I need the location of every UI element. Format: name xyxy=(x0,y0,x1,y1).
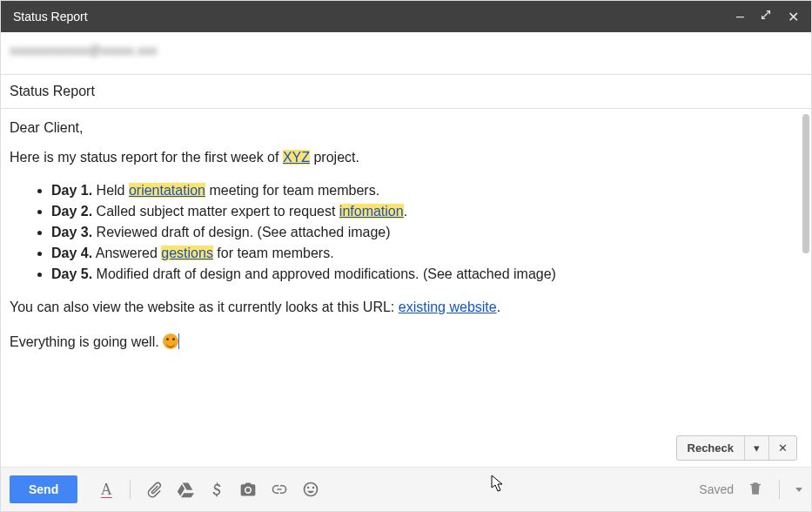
restore-icon[interactable] xyxy=(760,9,772,24)
toolbar-separator xyxy=(130,480,131,499)
link-existing-website[interactable]: existing website xyxy=(399,300,497,314)
smiley-emoji-icon xyxy=(163,333,178,349)
window-titlebar: Status Report – ✕ xyxy=(1,1,811,32)
to-field-row[interactable]: xxxxxxxxxxxx@xxxxx.xxx xyxy=(1,32,811,75)
spellcheck-highlight[interactable]: XYZ xyxy=(283,150,310,165)
attach-icon[interactable] xyxy=(144,480,164,499)
recheck-button[interactable]: Recheck xyxy=(677,436,745,460)
spellcheck-panel: Recheck ▾ ✕ xyxy=(676,435,797,461)
emoji-icon[interactable] xyxy=(301,480,320,499)
recheck-close[interactable]: ✕ xyxy=(769,436,796,460)
scrollbar[interactable] xyxy=(802,114,809,253)
window-controls: – ✕ xyxy=(736,9,799,25)
format-icons: A xyxy=(97,480,320,499)
camera-icon[interactable] xyxy=(238,480,258,499)
closing-line: Everything is going well. xyxy=(10,332,802,353)
status-list: Day 1. Held orientatation meeting for te… xyxy=(34,180,802,285)
list-item: Day 2. Called subject matter expert to r… xyxy=(51,201,802,222)
subject-field[interactable]: Status Report xyxy=(1,75,811,109)
window-title: Status Report xyxy=(13,10,88,24)
toolbar-separator xyxy=(779,480,780,499)
drive-icon[interactable] xyxy=(176,480,195,499)
list-item: Day 4. Answered gestions for team member… xyxy=(51,243,802,264)
more-options-icon[interactable] xyxy=(795,488,802,492)
format-icon[interactable]: A xyxy=(97,480,116,499)
compose-toolbar: Send A Saved xyxy=(1,468,811,511)
recheck-dropdown[interactable]: ▾ xyxy=(745,436,769,460)
money-icon[interactable] xyxy=(207,480,226,499)
spellcheck-highlight[interactable]: gestions xyxy=(161,246,213,260)
compose-window: Status Report – ✕ xxxxxxxxxxxx@xxxxx.xxx… xyxy=(0,0,812,512)
link-icon[interactable] xyxy=(270,480,289,499)
to-recipient: xxxxxxxxxxxx@xxxxx.xxx xyxy=(10,43,157,57)
spellcheck-highlight[interactable]: infomation xyxy=(339,204,404,219)
close-icon[interactable]: ✕ xyxy=(788,9,799,25)
discard-icon[interactable] xyxy=(748,481,763,499)
list-item: Day 1. Held orientatation meeting for te… xyxy=(51,180,802,201)
message-body[interactable]: Dear Client, Here is my status report fo… xyxy=(1,109,811,440)
spellcheck-highlight[interactable]: orientatation xyxy=(129,183,205,198)
list-item: Day 3. Reviewed draft of design. (See at… xyxy=(51,222,802,243)
greeting-line: Dear Client, xyxy=(10,118,802,138)
minimize-icon[interactable]: – xyxy=(736,9,744,24)
subject-text: Status Report xyxy=(10,84,95,98)
intro-line: Here is my status report for the first w… xyxy=(10,147,802,168)
send-button[interactable]: Send xyxy=(10,475,77,503)
url-line: You can also view the website as it curr… xyxy=(10,297,802,318)
list-item: Day 5. Modified draft of design and appr… xyxy=(51,264,802,285)
text-caret xyxy=(178,333,179,349)
toolbar-right: Saved xyxy=(699,480,802,499)
saved-label: Saved xyxy=(699,482,734,496)
